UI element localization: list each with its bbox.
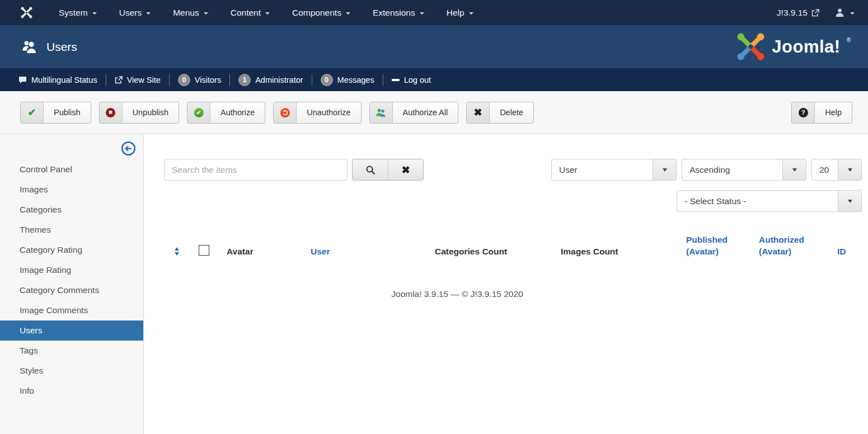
sidebar-item-category-rating[interactable]: Category Rating	[0, 240, 143, 260]
select-all-column	[190, 245, 218, 261]
menu-extensions-label: Extensions	[373, 8, 415, 18]
unpublish-label: Unpublish	[123, 102, 179, 123]
sidebar-item-users[interactable]: Users	[0, 320, 143, 341]
admin-menubar: System Users Menus Content Components Ex…	[0, 0, 868, 25]
menu-system[interactable]: System	[48, 0, 108, 25]
column-header-user[interactable]: User	[302, 246, 426, 261]
select-all-checkbox[interactable]	[199, 245, 209, 256]
check-circle-icon: ✔	[187, 102, 210, 123]
menu-help[interactable]: Help	[435, 0, 485, 25]
unpublish-button[interactable]: ✖ Unpublish	[99, 102, 180, 124]
list-limit-value: 20	[812, 159, 838, 180]
menu-help-label: Help	[447, 8, 465, 18]
clear-search-button[interactable]: ✖	[388, 159, 423, 180]
status-filter-select[interactable]: - Select Status -	[677, 190, 862, 212]
submenu-sidebar: Control Panel Images Categories Themes C…	[0, 134, 144, 434]
messages-link[interactable]: 0 Messages	[321, 74, 374, 86]
view-site-label: View Site	[127, 76, 161, 84]
separator	[383, 74, 383, 86]
sidebar-item-category-comments[interactable]: Category Comments	[0, 280, 143, 300]
authorize-all-button[interactable]: Authorize All	[369, 102, 459, 124]
search-button[interactable]	[353, 159, 388, 180]
triangle-down-icon	[175, 252, 179, 256]
select-caret-button[interactable]	[653, 159, 676, 180]
page-title: Users	[46, 40, 77, 54]
sidebar-item-categories[interactable]: Categories	[0, 200, 143, 220]
column-header-id[interactable]: ID	[828, 246, 862, 261]
x-icon: ✖	[401, 165, 410, 175]
select-caret-button[interactable]	[838, 159, 861, 180]
sidebar-item-control-panel[interactable]: Control Panel	[0, 159, 143, 180]
menu-components[interactable]: Components	[281, 0, 362, 25]
messages-count-badge: 0	[321, 74, 333, 86]
external-link-icon	[115, 76, 123, 84]
help-button[interactable]: ? Help	[791, 102, 852, 124]
publish-button[interactable]: ✔ Publish	[20, 102, 91, 124]
menu-content-label: Content	[231, 8, 261, 18]
joomla-version-link[interactable]: J!3.9.15	[777, 8, 819, 18]
unauthorize-button[interactable]: Unauthorize	[273, 102, 361, 124]
chevron-down-icon	[850, 12, 855, 15]
joomla-color-mark-icon	[735, 31, 766, 62]
check-icon: ✔	[21, 102, 44, 123]
sidebar-item-image-comments[interactable]: Image Comments	[0, 300, 143, 320]
menu-content[interactable]: Content	[219, 0, 281, 25]
sidebar-item-styles[interactable]: Styles	[0, 361, 143, 381]
administrator-link[interactable]: 1 Administrator	[238, 74, 303, 86]
search-button-group: ✖	[352, 159, 424, 181]
visitors-count-badge: 0	[178, 74, 190, 86]
sidebar-item-tags[interactable]: Tags	[0, 341, 143, 361]
user-account-menu[interactable]	[835, 8, 855, 17]
authorize-all-label: Authorize All	[393, 102, 458, 123]
sidebar-item-image-rating[interactable]: Image Rating	[0, 260, 143, 280]
sort-field-select[interactable]: User	[551, 159, 677, 181]
cancel-circle-icon: ✖	[100, 102, 123, 123]
column-header-published-avatar[interactable]: Published (Avatar)	[677, 234, 750, 261]
delete-button[interactable]: ✖ Delete	[466, 102, 534, 124]
administrator-count-badge: 1	[238, 74, 251, 86]
sort-field-value: User	[552, 159, 653, 180]
separator	[312, 74, 312, 86]
select-caret-button[interactable]	[838, 191, 861, 211]
external-link-icon	[811, 9, 819, 17]
question-circle-icon: ?	[792, 102, 815, 123]
column-header-categories-count: Categories Count	[426, 246, 552, 261]
multilingual-status-link[interactable]: Multilingual Status	[18, 76, 97, 84]
authorize-label: Authorize	[210, 102, 265, 123]
sort-icon[interactable]	[175, 247, 179, 256]
page-header: Users Joomla!®	[0, 25, 868, 68]
unauthorize-label: Unauthorize	[297, 102, 360, 123]
select-caret-button[interactable]	[782, 159, 806, 180]
chevron-down-icon	[469, 12, 473, 15]
menu-users[interactable]: Users	[108, 0, 162, 25]
chevron-down-icon	[848, 168, 852, 172]
delete-label: Delete	[490, 102, 533, 123]
visitors-link[interactable]: 0 Visitors	[178, 74, 221, 86]
column-header-authorized-avatar[interactable]: Authorized (Avatar)	[750, 234, 828, 261]
separator	[229, 74, 230, 86]
sort-direction-select[interactable]: Ascending	[682, 159, 806, 181]
column-header-images-count: Images Count	[552, 246, 677, 261]
chevron-down-icon	[265, 12, 270, 15]
sidebar-item-images[interactable]: Images	[0, 180, 143, 200]
joomla-wordmark: Joomla!	[772, 37, 840, 57]
list-limit-select[interactable]: 20	[811, 159, 862, 181]
sort-direction-value: Ascending	[682, 159, 782, 180]
collapse-sidebar-button[interactable]	[121, 141, 136, 156]
column-header-avatar: Avatar	[218, 246, 302, 261]
menu-extensions[interactable]: Extensions	[362, 0, 435, 25]
joomla-logo: Joomla!®	[735, 31, 855, 62]
sort-order-column	[164, 247, 190, 261]
sidebar-item-themes[interactable]: Themes	[0, 220, 143, 240]
joomla-brand-icon[interactable]	[0, 6, 48, 19]
logout-link[interactable]: Log out	[392, 76, 431, 84]
sidebar-item-info[interactable]: Info	[0, 381, 143, 401]
chevron-down-icon	[848, 200, 852, 203]
publish-label: Publish	[44, 102, 91, 123]
authorize-button[interactable]: ✔ Authorize	[187, 102, 265, 124]
search-input[interactable]	[164, 159, 348, 181]
chevron-down-icon	[663, 168, 667, 172]
separator	[169, 74, 170, 86]
view-site-link[interactable]: View Site	[115, 76, 161, 84]
menu-menus[interactable]: Menus	[162, 0, 219, 25]
